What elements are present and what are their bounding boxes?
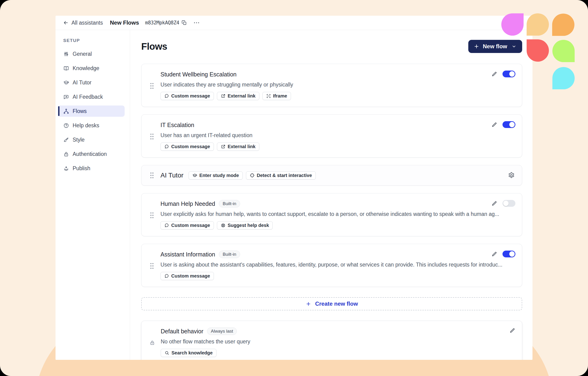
lock-icon — [149, 328, 155, 357]
sidebar-item-ai-feedback[interactable]: AI Feedback — [58, 91, 125, 102]
sidebar-item-label: Authentication — [73, 151, 107, 157]
badge-custom-message[interactable]: Custom message — [160, 221, 214, 229]
decorative-petal-cyan — [552, 67, 575, 89]
drag-handle-icon[interactable] — [150, 122, 154, 151]
default-behavior-card: Default behavior Always last No other fl… — [141, 321, 522, 360]
sidebar-item-knowledge[interactable]: Knowledge — [58, 63, 125, 74]
toggle-knob — [509, 251, 515, 257]
badge-suggest-help-desk[interactable]: Suggest help desk — [217, 221, 273, 229]
flow-description: User indicates they are struggling menta… — [160, 82, 514, 88]
new-flow-button[interactable]: New flow — [468, 40, 522, 53]
more-menu-icon[interactable] — [193, 19, 200, 26]
sidebar-item-flows[interactable]: Flows — [58, 106, 125, 117]
create-new-flow-button[interactable]: Create new flow — [141, 297, 522, 310]
flow-name: Human Help Needed — [160, 200, 215, 207]
flow-card-it-escalation: IT Escalation User has an urgent IT-rela… — [141, 114, 522, 158]
copy-icon[interactable] — [181, 20, 187, 26]
edit-pencil-icon[interactable] — [491, 200, 497, 206]
page-title: Flows — [141, 41, 167, 52]
edit-pencil-icon[interactable] — [509, 327, 515, 333]
flow-card-student-wellbeing: Student Wellbeing Escalation User indica… — [141, 64, 522, 107]
app-body: SETUP General Knowledge AI Tutor AI Feed… — [55, 30, 533, 360]
sliders-icon — [63, 51, 69, 57]
speech-bubble-icon — [164, 94, 169, 98]
sidebar: SETUP General Knowledge AI Tutor AI Feed… — [55, 30, 130, 360]
sidebar-item-general[interactable]: General — [58, 48, 125, 60]
sidebar-item-label: Help desks — [73, 122, 99, 129]
drag-handle-icon[interactable] — [150, 172, 154, 179]
flow-icon — [63, 108, 69, 114]
drag-handle-icon[interactable] — [150, 72, 154, 100]
sidebar-item-label: Flows — [73, 108, 87, 114]
decorative-petal-pink — [501, 13, 524, 36]
badge-custom-message[interactable]: Custom message — [160, 142, 214, 151]
graduation-cap-icon — [192, 173, 197, 178]
edit-pencil-icon[interactable] — [491, 251, 497, 257]
drag-handle-icon[interactable] — [150, 201, 154, 229]
sidebar-item-style[interactable]: Style — [58, 134, 125, 145]
edit-pencil-icon[interactable] — [491, 71, 497, 77]
sidebar-item-help-desks[interactable]: Help desks — [58, 120, 125, 131]
flow-toggle[interactable] — [503, 121, 515, 128]
badge-label: External link — [228, 93, 256, 99]
decorative-petal-green — [552, 40, 575, 62]
always-last-badge: Always last — [207, 327, 237, 335]
puzzle-icon — [250, 173, 255, 178]
flow-name: Student Wellbeing Escalation — [160, 71, 237, 78]
graduation-cap-icon — [63, 80, 69, 86]
drag-handle-icon[interactable] — [150, 252, 154, 280]
speech-bubble-icon — [164, 144, 169, 149]
flow-name: Assistant Information — [160, 251, 215, 258]
badge-detect-start-interactive[interactable]: Detect & start interactive — [246, 171, 316, 180]
publish-icon — [63, 165, 69, 171]
brush-icon — [63, 137, 69, 143]
sidebar-item-publish[interactable]: Publish — [58, 163, 125, 174]
decorative-petal-red — [527, 39, 549, 62]
flow-toggle[interactable] — [503, 200, 515, 207]
built-in-badge: Built-in — [219, 251, 240, 258]
back-to-all-assistants[interactable]: All assistants — [63, 20, 103, 26]
badge-label: Custom message — [171, 273, 210, 279]
arrow-left-icon — [63, 20, 69, 26]
sidebar-item-label: AI Tutor — [73, 79, 92, 86]
badge-label: Enter study mode — [199, 173, 239, 178]
edit-pencil-icon[interactable] — [491, 122, 497, 128]
flow-toggle[interactable] — [503, 71, 515, 77]
badge-label: Search knowledge — [171, 350, 213, 356]
sidebar-item-authentication[interactable]: Authentication — [58, 148, 125, 160]
badge-enter-study-mode[interactable]: Enter study mode — [189, 171, 243, 180]
badge-label: Iframe — [273, 93, 287, 99]
help-circle-icon — [63, 123, 69, 129]
app-header: All assistants New Flows m832MpkAQ8Z4 — [55, 16, 533, 30]
sidebar-item-label: AI Feedback — [73, 94, 103, 100]
chevron-down-icon — [511, 44, 516, 49]
sidebar-item-label: Knowledge — [73, 65, 99, 72]
flow-card-assistant-information: Assistant Information Built-in User is a… — [141, 244, 522, 287]
badge-external-link[interactable]: External link — [217, 142, 259, 151]
badge-custom-message[interactable]: Custom message — [160, 92, 214, 100]
gear-icon[interactable] — [508, 172, 515, 179]
flow-toggle[interactable] — [503, 251, 515, 258]
app-window: All assistants New Flows m832MpkAQ8Z4 SE… — [55, 16, 533, 360]
badge-label: Custom message — [171, 144, 210, 149]
built-in-badge: Built-in — [219, 200, 240, 207]
flow-description: User explicitly asks for human help, wan… — [160, 211, 514, 217]
iframe-icon — [266, 94, 271, 98]
flow-description: No other flow matches the user query — [161, 338, 514, 345]
plus-icon — [473, 43, 480, 49]
plus-icon — [305, 301, 311, 307]
badge-custom-message[interactable]: Custom message — [160, 272, 214, 280]
external-link-icon — [221, 94, 226, 98]
decorative-petal-orange — [552, 14, 574, 36]
page: All assistants New Flows m832MpkAQ8Z4 SE… — [0, 0, 588, 376]
sidebar-item-ai-tutor[interactable]: AI Tutor — [58, 77, 125, 88]
message-arrow-icon — [63, 94, 69, 100]
badge-search-knowledge[interactable]: Search knowledge — [161, 349, 216, 357]
badge-external-link[interactable]: External link — [217, 92, 259, 100]
create-new-flow-label: Create new flow — [315, 301, 358, 307]
speech-bubble-icon — [164, 223, 169, 228]
lock-icon — [63, 151, 69, 157]
badge-iframe[interactable]: Iframe — [262, 92, 291, 100]
badge-label: Suggest help desk — [228, 223, 269, 228]
sidebar-item-label: Style — [73, 137, 84, 143]
